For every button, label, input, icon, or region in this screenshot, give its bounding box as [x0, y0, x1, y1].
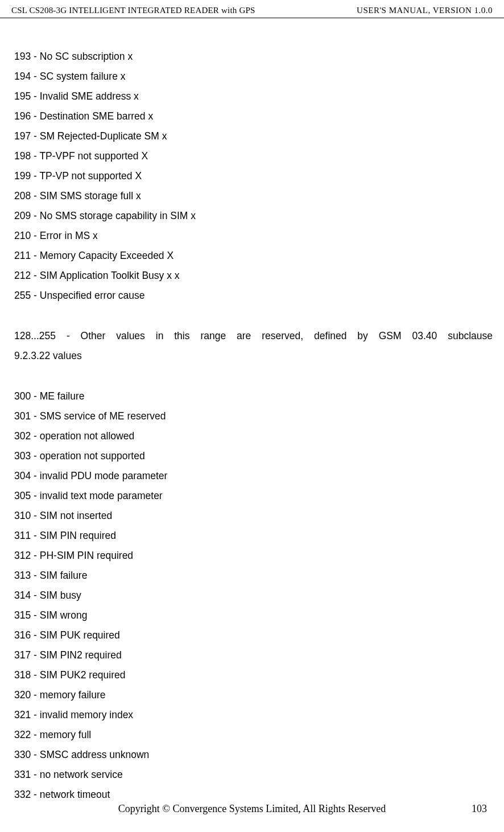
error-code-line: 255 - Unspecified error cause	[14, 286, 493, 306]
section-spacer	[14, 306, 493, 326]
error-code-line: 311 - SIM PIN required	[14, 526, 493, 546]
error-code-line: 197 - SM Rejected-Duplicate SM x	[14, 126, 493, 146]
error-code-line: 300 - ME failure	[14, 386, 493, 406]
error-code-line: 330 - SMSC address unknown	[14, 745, 493, 765]
range-note-line-2: 9.2.3.22 values	[14, 346, 493, 366]
error-code-line: 195 - Invalid SME address x	[14, 87, 493, 106]
error-code-line: 198 - TP-VPF not supported X	[14, 146, 493, 166]
header-title-left: CSL CS208-3G INTELLIGENT INTEGRATED READ…	[11, 6, 255, 15]
page-number: 103	[472, 803, 487, 815]
error-code-line: 212 - SIM Application Toolkit Busy x x	[14, 266, 493, 286]
error-code-line: 301 - SMS service of ME reserved	[14, 406, 493, 426]
error-code-line: 310 - SIM not inserted	[14, 506, 493, 526]
error-code-line: 194 - SC system failure x	[14, 67, 493, 87]
error-code-line: 317 - SIM PIN2 required	[14, 645, 493, 665]
range-note-line-1: 128...255 - Other values in this range a…	[14, 326, 493, 346]
error-code-line: 303 - operation not supported	[14, 446, 493, 466]
copyright-text: Copyright © Convergence Systems Limited,…	[118, 803, 386, 815]
error-code-line: 332 - network timeout	[14, 785, 493, 805]
error-code-line: 196 - Destination SME barred x	[14, 106, 493, 126]
error-code-line: 315 - SIM wrong	[14, 606, 493, 625]
error-code-line: 331 - no network service	[14, 765, 493, 785]
page-header: CSL CS208-3G INTELLIGENT INTEGRATED READ…	[0, 0, 504, 18]
error-code-line: 314 - SIM busy	[14, 586, 493, 606]
error-code-line: 305 - invalid text mode parameter	[14, 486, 493, 506]
error-code-line: 209 - No SMS storage capability in SIM x	[14, 206, 493, 226]
page-footer: Copyright © Convergence Systems Limited,…	[0, 803, 504, 815]
error-code-line: 304 - invalid PDU mode parameter	[14, 466, 493, 486]
error-code-line: 208 - SIM SMS storage full x	[14, 186, 493, 206]
error-code-line: 320 - memory failure	[14, 685, 493, 705]
error-code-line: 312 - PH-SIM PIN required	[14, 546, 493, 566]
error-code-line: 316 - SIM PUK required	[14, 625, 493, 645]
error-code-line: 193 - No SC subscription x	[14, 47, 493, 67]
header-title-right: USER'S MANUAL, VERSION 1.0.0	[357, 6, 493, 15]
error-code-line: 321 - invalid memory index	[14, 705, 493, 725]
error-list-block-2: 300 - ME failure 301 - SMS service of ME…	[14, 386, 493, 805]
error-code-line: 211 - Memory Capacity Exceeded X	[14, 246, 493, 266]
error-code-line: 210 - Error in MS x	[14, 226, 493, 246]
section-spacer	[14, 366, 493, 386]
error-list-block-1: 193 - No SC subscription x 194 - SC syst…	[14, 47, 493, 306]
error-code-line: 199 - TP-VP not supported X	[14, 166, 493, 186]
error-code-line: 322 - memory full	[14, 725, 493, 745]
error-code-line: 302 - operation not allowed	[14, 426, 493, 446]
page-content: 193 - No SC subscription x 194 - SC syst…	[0, 18, 504, 816]
error-code-line: 318 - SIM PUK2 required	[14, 665, 493, 685]
error-code-line: 313 - SIM failure	[14, 566, 493, 586]
range-note-block: 128...255 - Other values in this range a…	[14, 326, 493, 366]
